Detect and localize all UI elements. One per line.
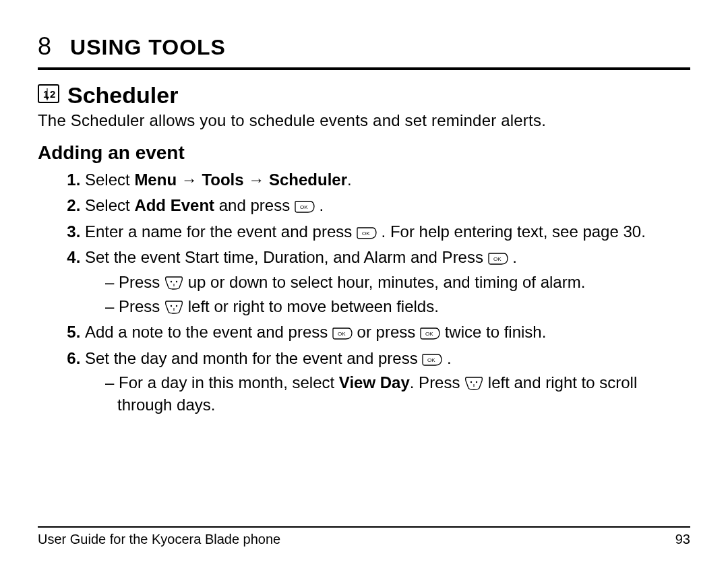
step-4-sublist: Press up or down to select hour, minutes… [85, 272, 690, 318]
nav-key-icon [164, 297, 183, 315]
step-6-sub-1: For a day in this month, select View Day… [105, 372, 690, 416]
svg-point-17 [471, 381, 472, 383]
svg-text:OK: OK [300, 204, 308, 210]
svg-text:OK: OK [338, 331, 346, 337]
steps-list: Select Menu → Tools → Scheduler. Select … [38, 169, 690, 416]
page: 8 USING TOOLS 1 2 Scheduler The Schedule… [0, 0, 728, 562]
svg-point-11 [171, 305, 172, 307]
section-description: The Scheduler allows you to schedule eve… [38, 111, 690, 130]
svg-text:OK: OK [427, 357, 435, 363]
section-title-row: 1 2 Scheduler [38, 82, 690, 108]
step-4-sub-1: Press up or down to select hour, minutes… [105, 272, 690, 293]
step-6: Set the day and month for the event and … [85, 348, 690, 416]
ok-key-icon: OK [357, 222, 377, 241]
ok-key-icon: OK [488, 248, 508, 266]
footer-left: User Guide for the Kyocera Blade phone [38, 532, 280, 547]
step-2: Select Add Event and press OK . [85, 195, 690, 216]
chapter-number: 8 [38, 32, 51, 61]
section-scheduler: 1 2 Scheduler The Scheduler allows you t… [38, 82, 690, 130]
svg-point-8 [171, 280, 172, 282]
ok-key-icon: OK [295, 196, 315, 214]
section-title: Scheduler [67, 82, 178, 108]
svg-text:OK: OK [425, 331, 433, 337]
ok-key-icon: OK [332, 323, 353, 341]
step-4: Set the event Start time, Duration, and … [85, 247, 690, 317]
ok-key-icon: OK [422, 349, 442, 367]
nav-key-icon [464, 373, 483, 392]
page-number: 93 [675, 532, 690, 547]
svg-point-12 [176, 305, 177, 307]
subheading: Adding an event [38, 142, 690, 164]
nav-key-icon [164, 273, 183, 291]
svg-text:OK: OK [362, 230, 370, 237]
page-footer: User Guide for the Kyocera Blade phone 9… [38, 526, 690, 547]
ok-key-icon: OK [420, 323, 440, 341]
svg-point-18 [476, 381, 477, 383]
step-1: Select Menu → Tools → Scheduler. [85, 169, 690, 191]
step-6-sublist: For a day in this month, select View Day… [85, 372, 690, 416]
step-3: Enter a name for the event and press OK … [85, 221, 690, 243]
chapter-header: 8 USING TOOLS [38, 32, 690, 70]
svg-text:2: 2 [50, 88, 55, 100]
step-4-sub-2: Press left or right to move between fiel… [105, 296, 690, 317]
svg-point-9 [176, 280, 177, 282]
step-5: Add a note to the event and press OK or … [85, 321, 690, 343]
chapter-title: USING TOOLS [70, 35, 226, 60]
svg-text:OK: OK [493, 256, 502, 262]
calendar-icon: 1 2 [38, 82, 59, 108]
